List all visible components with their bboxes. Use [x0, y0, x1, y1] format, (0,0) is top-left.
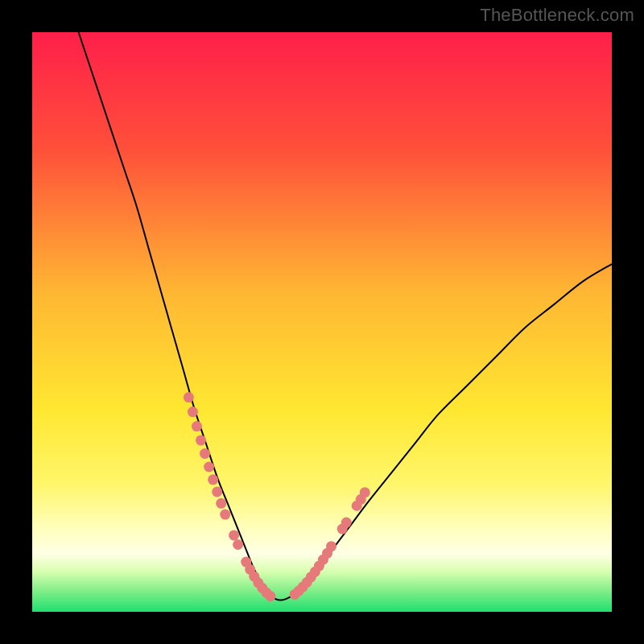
data-marker	[200, 448, 210, 459]
plot-area	[32, 32, 612, 612]
chart-svg	[32, 32, 612, 612]
data-marker	[265, 591, 275, 601]
data-marker	[208, 474, 218, 485]
data-marker	[326, 541, 336, 551]
watermark-text: TheBottleneck.com	[480, 5, 634, 26]
data-marker	[220, 510, 230, 520]
data-marker	[233, 539, 243, 550]
data-marker	[229, 530, 239, 540]
data-marker	[360, 487, 370, 497]
data-marker	[212, 486, 222, 497]
data-marker	[188, 407, 198, 417]
data-marker	[341, 518, 352, 528]
data-marker	[204, 462, 214, 473]
data-marker	[196, 435, 206, 445]
chart-frame: TheBottleneck.com	[0, 0, 644, 644]
data-marker	[184, 392, 194, 402]
data-marker	[192, 421, 202, 431]
data-marker	[216, 498, 226, 509]
heat-gradient	[32, 32, 612, 612]
